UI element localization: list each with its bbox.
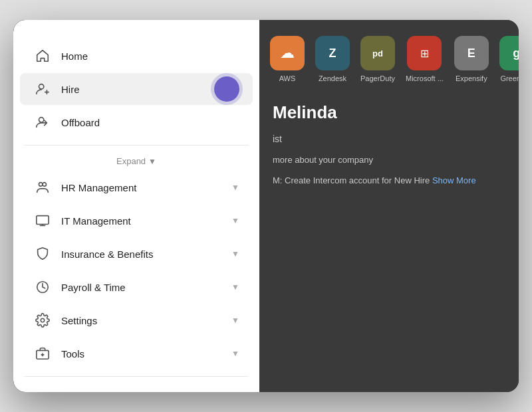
sidebar-item-payroll[interactable]: Payroll & Time ▼ (20, 271, 253, 303)
sidebar-item-settings[interactable]: Settings ▼ (20, 304, 253, 336)
svg-point-2 (39, 183, 43, 187)
tools-label: Tools (61, 348, 231, 360)
hire-label: Hire (61, 84, 80, 95)
svg-point-3 (43, 183, 47, 187)
main-content: ☁ AWS Z Zendesk pd PagerDuty ⊞ Microsoft… (259, 20, 519, 392)
aws-label: AWS (279, 74, 296, 82)
expand-row[interactable]: Expand ▼ (13, 152, 259, 170)
home-icon (33, 47, 52, 65)
sidebar: Home Hire Offboard Expand ▼ (13, 20, 259, 392)
sidebar-bottom: App Shop Support (13, 383, 259, 392)
it-label: IT Management (61, 215, 231, 227)
app-window: Home Hire Offboard Expand ▼ (13, 20, 519, 392)
svg-point-0 (39, 84, 44, 89)
settings-caret-icon: ▼ (231, 316, 239, 325)
subtitle-text: ist (273, 134, 282, 144)
microsoft-label: Microsoft ... (406, 74, 444, 82)
svg-point-1 (39, 118, 44, 122)
sidebar-item-hr[interactable]: HR Management ▼ (20, 171, 253, 203)
aws-icon-box: ☁ (270, 36, 305, 70)
task-prefix-text: M: Create Intercom account for New Hire (273, 175, 430, 185)
sidebar-item-hire[interactable]: Hire (20, 73, 253, 105)
pagerduty-icon-box: pd (360, 36, 395, 70)
sidebar-item-tools[interactable]: Tools ▼ (20, 338, 253, 369)
app-icon-microsoft[interactable]: ⊞ Microsoft ... (406, 36, 444, 82)
payroll-icon (33, 278, 52, 296)
settings-icon (33, 311, 52, 330)
sidebar-top: Home Hire Offboard Expand ▼ (13, 20, 259, 383)
sidebar-item-appshop[interactable]: App Shop (20, 385, 253, 392)
insurance-caret-icon: ▼ (231, 249, 239, 258)
app-icon-aws[interactable]: ☁ AWS (270, 36, 305, 82)
app-icons-row: ☁ AWS Z Zendesk pd PagerDuty ⊞ Microsoft… (259, 20, 519, 82)
app-icon-expensify[interactable]: E Expensify (454, 36, 489, 82)
expensify-icon-box: E (454, 36, 489, 70)
hr-label: HR Management (61, 182, 231, 193)
app-icon-zendesk[interactable]: Z Zendesk (315, 36, 350, 82)
svg-point-6 (41, 318, 45, 322)
settings-label: Settings (61, 315, 231, 326)
expand-chevron-icon: ▼ (148, 157, 156, 166)
greenhouse-label: Greenhou (500, 74, 519, 82)
insurance-label: Insurance & Benefits (61, 249, 231, 260)
home-label: Home (61, 51, 88, 62)
main-task-row: M: Create Intercom account for New Hire … (259, 165, 519, 185)
main-company-info: more about your company (259, 144, 519, 165)
appshop-icon (33, 391, 52, 392)
greeting-text: Melinda (273, 102, 337, 122)
main-greeting: Melinda (259, 82, 519, 123)
sidebar-item-it[interactable]: IT Management ▼ (20, 205, 253, 237)
app-icon-greenhouse[interactable]: g Greenhou (499, 36, 519, 82)
microsoft-icon-box: ⊞ (407, 36, 442, 70)
sidebar-item-home[interactable]: Home (20, 40, 253, 72)
greenhouse-icon-box: g (499, 36, 519, 70)
divider-bottom (24, 376, 249, 377)
payroll-label: Payroll & Time (61, 282, 231, 293)
tools-caret-icon: ▼ (231, 349, 239, 358)
hire-icon (33, 80, 52, 98)
sidebar-item-insurance[interactable]: Insurance & Benefits ▼ (20, 238, 253, 270)
offboard-label: Offboard (61, 117, 100, 128)
pagerduty-label: PagerDuty (360, 74, 395, 82)
zendesk-icon-box: Z (315, 36, 350, 70)
hr-icon (33, 178, 52, 197)
company-info-text: more about your company (273, 155, 373, 165)
hire-active-indicator (214, 76, 239, 102)
svg-rect-4 (37, 216, 49, 225)
app-icon-pagerduty[interactable]: pd PagerDuty (360, 36, 395, 82)
hr-caret-icon: ▼ (231, 183, 239, 192)
offboard-icon (33, 113, 52, 132)
it-caret-icon: ▼ (231, 216, 239, 225)
main-subtitle: ist (259, 123, 519, 144)
expand-label: Expand (116, 156, 146, 166)
divider-top (24, 145, 249, 146)
expensify-label: Expensify (456, 74, 487, 82)
insurance-icon (33, 245, 52, 263)
tools-icon (33, 344, 52, 363)
payroll-caret-icon: ▼ (231, 282, 239, 292)
show-more-link[interactable]: Show More (432, 175, 476, 185)
zendesk-label: Zendesk (319, 74, 346, 82)
sidebar-item-offboard[interactable]: Offboard (20, 106, 253, 138)
it-icon (33, 211, 52, 230)
